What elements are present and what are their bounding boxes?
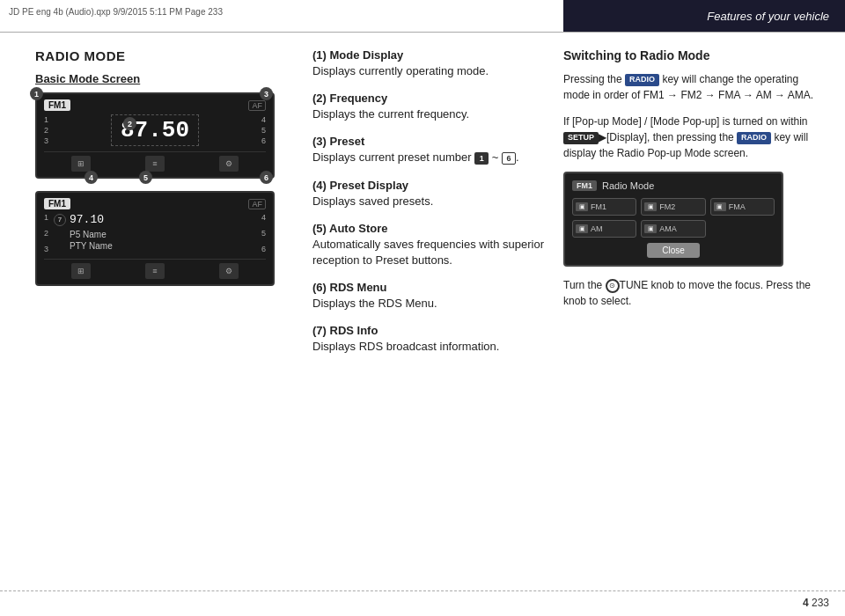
item-1-desc: Displays currently operating mode. xyxy=(312,63,550,79)
header-bar: Features of your vehicle xyxy=(563,0,845,32)
popup-btn-fm2[interactable]: ▣ FM2 xyxy=(641,198,705,216)
preset-badge-1: 1 xyxy=(474,152,489,165)
radio-key-badge-2: RADIO xyxy=(737,132,771,144)
fm1-label: FM1 xyxy=(591,202,606,211)
fm2-icon: ▣ xyxy=(644,202,657,211)
item-2: (2) Frequency Displays the current frequ… xyxy=(312,92,550,122)
fm1-icon: ▣ xyxy=(576,202,588,211)
left-column: RADIO MODE Basic Mode Screen 1 2 3 4 5 6… xyxy=(35,48,299,286)
item-7-label: (7) RDS Info xyxy=(312,324,550,337)
preset-left-1: 1 xyxy=(44,115,48,124)
item-7: (7) RDS Info Displays RDS broadcast info… xyxy=(312,324,550,355)
item-2-desc: Displays the current frequency. xyxy=(312,106,550,122)
item-3: (3) Preset Displays current preset numbe… xyxy=(312,135,550,165)
right-para-3: Turn the ⊙TUNE knob to move the focus. P… xyxy=(563,277,827,309)
item-5-desc: Automatically saves frequencies with sup… xyxy=(312,237,550,268)
screen2-af: AF xyxy=(248,199,266,209)
section-title: RADIO MODE xyxy=(35,48,299,63)
s2-preset-2: 2 xyxy=(44,229,48,238)
right-title: Switching to Radio Mode xyxy=(563,48,827,62)
fma-icon: ▣ xyxy=(714,202,726,211)
item-1-label: (1) Mode Display xyxy=(312,48,550,62)
popup-btn-ama[interactable]: ▣ AMA xyxy=(641,220,705,238)
popup-button-grid: ▣ FM1 ▣ FM2 ▣ FMA ▣ AM ▣ AMA xyxy=(572,198,775,238)
item-5-label: (5) Auto Store xyxy=(312,222,550,235)
screen2-freq: 97.10 xyxy=(70,213,104,226)
popup-top-bar: FM1 Radio Mode xyxy=(572,180,775,191)
file-info: JD PE eng 4b (Audio).qxp 9/9/2015 5:11 P… xyxy=(9,7,223,17)
item-1: (1) Mode Display Displays currently oper… xyxy=(312,48,550,79)
screen2-bottom-icons: ⊞ ≡ ⚙ xyxy=(44,259,266,279)
screen2-p5name: P5 Name xyxy=(70,230,256,239)
item-6: (6) RDS Menu Displays the RDS Menu. xyxy=(312,281,550,312)
circle-4: 4 xyxy=(84,171,98,184)
subsection-title: Basic Mode Screen xyxy=(35,72,299,85)
circle-6: 6 xyxy=(260,171,273,184)
screen2-wrapper: FM1 AF 1 2 3 7 97.10 P5 Name PTY Name xyxy=(35,191,299,286)
popup-fm1-badge: FM1 xyxy=(572,180,597,191)
popup-btn-am[interactable]: ▣ AM xyxy=(572,220,636,238)
item-2-label: (2) Frequency xyxy=(312,92,550,105)
bottom-rule xyxy=(0,590,845,591)
radio-popup-screen: FM1 Radio Mode ▣ FM1 ▣ FM2 ▣ FMA ▣ AM ▣ … xyxy=(563,172,783,267)
page-num: 233 xyxy=(812,597,829,609)
middle-column: (1) Mode Display Displays currently oper… xyxy=(312,48,550,368)
screen2-ptyname: PTY Name xyxy=(70,241,256,251)
screen2-icon-4[interactable]: ⊞ xyxy=(71,263,91,279)
preset-right-4: 4 xyxy=(261,115,266,124)
page-number: 4 233 xyxy=(803,597,829,609)
circle-5: 5 xyxy=(139,171,152,184)
popup-btn-fma[interactable]: ▣ FMA xyxy=(710,198,775,216)
am-label: AM xyxy=(591,224,603,233)
screen2-presets-right: 4 5 6 xyxy=(261,213,266,253)
fm2-label: FM2 xyxy=(659,202,675,211)
fma-label: FMA xyxy=(729,202,746,211)
setup-key-badge: SETUP xyxy=(563,132,599,144)
screen1-icon-4[interactable]: ⊞ xyxy=(71,156,91,172)
screen2-icon-5[interactable]: ≡ xyxy=(145,263,165,279)
screen1-wrapper: 1 2 3 4 5 6 FM1 AF 1 2 3 87.50 4 xyxy=(35,92,299,179)
item-6-desc: Displays the RDS Menu. xyxy=(312,296,550,312)
circle-7-badge: 7 xyxy=(54,214,66,226)
am-icon: ▣ xyxy=(576,224,588,233)
ama-label: AMA xyxy=(659,224,677,233)
circle-2: 2 xyxy=(123,117,136,130)
screen2-main-content: 7 97.10 P5 Name PTY Name xyxy=(54,213,256,253)
screen2-icon-6[interactable]: ⚙ xyxy=(219,263,239,279)
s2-preset-4: 4 xyxy=(261,213,266,222)
circle-3: 3 xyxy=(260,87,273,100)
screen1-presets-right: 4 5 6 xyxy=(261,115,266,145)
screen1-af: AF xyxy=(248,100,266,111)
s2-preset-5: 5 xyxy=(261,229,266,238)
item-3-label: (3) Preset xyxy=(312,135,550,148)
popup-btn-fm1[interactable]: ▣ FM1 xyxy=(572,198,636,216)
header-title: Features of your vehicle xyxy=(707,10,829,23)
radio-key-badge-1: RADIO xyxy=(625,74,659,86)
item-5: (5) Auto Store Automatically saves frequ… xyxy=(312,222,550,268)
radio-screen-2: FM1 AF 1 2 3 7 97.10 P5 Name PTY Name xyxy=(35,191,275,286)
screen1-freq-area: 87.50 xyxy=(54,114,256,146)
screen2-mode-badge: FM1 xyxy=(44,198,70,209)
right-column: Switching to Radio Mode Pressing the RAD… xyxy=(563,48,827,319)
s2-preset-3: 3 xyxy=(44,245,48,253)
s2-preset-6: 6 xyxy=(261,245,266,253)
item-3-desc: Displays current preset number 1 ~ 6. xyxy=(312,150,550,165)
preset-left-3: 3 xyxy=(44,136,48,145)
screen2-presets-left: 1 2 3 xyxy=(44,213,48,253)
screen1-icon-6[interactable]: ⚙ xyxy=(219,156,239,172)
popup-title: Radio Mode xyxy=(602,180,654,191)
ama-icon: ▣ xyxy=(644,224,657,233)
preset-right-5: 5 xyxy=(261,126,266,135)
radio-screen-1: FM1 AF 1 2 3 87.50 4 5 6 ⊞ xyxy=(35,92,275,179)
right-para-1: Pressing the RADIO key will change the o… xyxy=(563,71,827,103)
item-7-desc: Displays RDS broadcast information. xyxy=(312,339,550,355)
screen1-presets-left: 1 2 3 xyxy=(44,115,48,145)
popup-close-button[interactable]: Close xyxy=(647,243,700,258)
preset-badge-6: 6 xyxy=(502,152,516,165)
screen1-icon-5[interactable]: ≡ xyxy=(145,156,165,172)
right-para-2: If [Pop-up Mode] / [Mode Pop-up] is turn… xyxy=(563,114,827,161)
item-4-desc: Displays saved presets. xyxy=(312,194,550,209)
chapter-number: 4 xyxy=(803,597,809,609)
item-4-label: (4) Preset Display xyxy=(312,179,550,192)
s2-preset-1: 1 xyxy=(44,213,48,222)
